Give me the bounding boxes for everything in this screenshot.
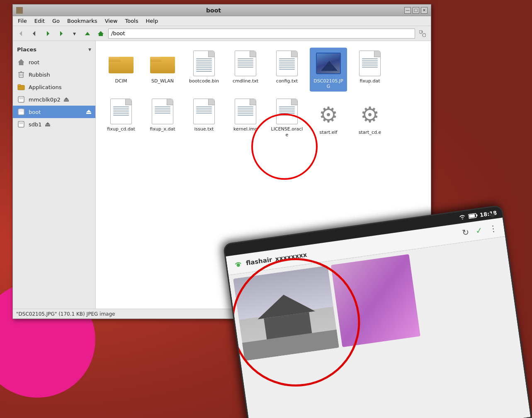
svg-marker-3: [60, 31, 63, 36]
bookmarks-button[interactable]: [417, 28, 428, 39]
svg-rect-20: [19, 109, 23, 111]
confirm-icon[interactable]: ✓: [475, 225, 483, 236]
gear-icon-start-elf: ⚙: [315, 101, 342, 128]
sidebar-title: Places: [17, 46, 36, 53]
minimize-button[interactable]: —: [404, 7, 411, 14]
menu-edit[interactable]: Edit: [31, 17, 48, 25]
gear-icon-start-cd: ⚙: [357, 101, 383, 128]
file-label-start-cd: start_cd.e: [359, 130, 381, 135]
sidebar-item-mmcblk0p2[interactable]: mmcblk0p2: [13, 93, 95, 106]
forward-button[interactable]: [55, 28, 67, 39]
svg-marker-2: [47, 31, 49, 36]
sidebar-item-boot[interactable]: boot: [13, 106, 95, 118]
sidebar-item-applications[interactable]: Applications: [13, 81, 95, 93]
close-button[interactable]: ✕: [421, 7, 428, 14]
doc-icon-kernel: [232, 98, 259, 125]
toolbar: ▾ /boot: [13, 26, 431, 41]
refresh-icon[interactable]: ↻: [462, 227, 470, 237]
doc-icon-fixup-x: [149, 98, 176, 125]
file-label-start-elf: start.elf: [320, 130, 338, 135]
window-icon: [16, 7, 23, 14]
folder-icon-sdwlan: [149, 50, 176, 77]
title-buttons: — □ ✕: [404, 7, 428, 14]
sidebar-label-boot: boot: [29, 109, 41, 115]
eject-button-sdb1[interactable]: [45, 122, 50, 126]
file-label-fixup-x: fixup_x.dat: [150, 126, 175, 132]
up-button[interactable]: [82, 28, 93, 39]
sidebar-label-applications: Applications: [29, 84, 61, 90]
file-label-license: LICENSE.oracl e: [271, 126, 303, 137]
file-item-config[interactable]: config.txt: [268, 48, 306, 92]
sidebar-label-rubbish: Rubbish: [29, 72, 50, 78]
location-bar[interactable]: /boot: [108, 29, 415, 39]
next-button[interactable]: [42, 28, 53, 39]
sidebar-header: Places: [13, 44, 95, 56]
sidebar-label-sdb1: sdb1: [29, 121, 42, 128]
file-label-sdwlan: SD_WLAN: [151, 78, 174, 84]
file-label-kernel: kernel.img: [233, 126, 257, 132]
file-item-license[interactable]: LICENSE.oracl e: [268, 96, 306, 140]
file-item-start-cd[interactable]: ⚙ start_cd.e: [351, 99, 389, 140]
maximize-button[interactable]: □: [413, 7, 419, 14]
house-image: [233, 266, 339, 361]
image-icon-dsc02105: [315, 50, 342, 77]
file-item-issue[interactable]: issue.txt: [185, 96, 223, 140]
file-item-fixup-cd[interactable]: fixup_cd.dat: [102, 96, 140, 140]
drive-icon-sdb1: [17, 120, 25, 128]
menu-view[interactable]: View: [102, 17, 121, 25]
file-label-dcim: DCIM: [115, 78, 127, 84]
prev-button[interactable]: [29, 28, 40, 39]
file-item-dsc02105[interactable]: DSC02105.JPG: [310, 48, 347, 92]
file-item-dcim[interactable]: DCIM: [102, 48, 140, 92]
svg-rect-22: [19, 121, 23, 124]
sidebar-label-root: root: [29, 59, 39, 65]
folder-icon-dcim: [108, 50, 134, 77]
file-item-fixup[interactable]: fixup.dat: [351, 48, 389, 92]
window-title: boot: [23, 7, 404, 14]
title-bar-left: [16, 7, 23, 14]
drive-icon-mmcblk: [17, 95, 25, 104]
file-label-fixup: fixup.dat: [360, 78, 380, 84]
back-button[interactable]: [15, 28, 27, 39]
menu-bar: File Edit Go Bookmarks View Tools Help: [13, 16, 431, 26]
doc-icon-config: [274, 50, 300, 77]
menu-bookmarks[interactable]: Bookmarks: [64, 17, 101, 25]
svg-rect-10: [19, 72, 23, 77]
wifi-status-icon: [458, 214, 466, 221]
status-text: "DSC02105.JPG" (170.1 KB) JPEG image: [16, 311, 115, 317]
svg-marker-5: [98, 31, 104, 36]
menu-file[interactable]: File: [15, 17, 30, 25]
menu-tools[interactable]: Tools: [121, 17, 141, 25]
home-button[interactable]: [95, 28, 107, 39]
svg-rect-25: [476, 215, 478, 216]
doc-icon-fixup-cd: [108, 98, 134, 125]
doc-icon-issue: [191, 98, 217, 125]
menu-go[interactable]: Go: [49, 17, 63, 25]
sidebar-item-sdb1[interactable]: sdb1: [13, 118, 95, 130]
eject-button-boot[interactable]: [86, 110, 91, 114]
svg-marker-9: [18, 59, 24, 65]
file-item-fixup-x[interactable]: fixup_x.dat: [144, 96, 181, 140]
dropdown-button[interactable]: ▾: [68, 28, 80, 39]
file-item-start-elf[interactable]: ⚙ start.elf: [310, 99, 347, 140]
sidebar-label-mmcblk: mmcblk0p2: [29, 97, 61, 103]
menu-help[interactable]: Help: [143, 17, 162, 25]
sidebar-item-root[interactable]: root: [13, 56, 95, 68]
location-text: /boot: [111, 30, 125, 36]
sidebar-item-rubbish[interactable]: Rubbish: [13, 68, 95, 81]
more-options-icon[interactable]: ⋮: [488, 223, 498, 234]
svg-rect-24: [469, 214, 475, 218]
sidebar-collapse-icon[interactable]: [88, 46, 91, 53]
phone-thumbnail-secondary[interactable]: [331, 254, 420, 347]
file-item-sdwlan[interactable]: SD_WLAN: [144, 48, 181, 92]
title-bar: boot — □ ✕: [13, 5, 431, 16]
phone-time: 18:18: [479, 210, 497, 218]
file-item-bootcode[interactable]: bootcode.bin: [185, 48, 223, 92]
doc-icon-fixup: [357, 50, 383, 77]
home-icon: [17, 58, 25, 66]
file-item-cmdline[interactable]: cmdline.txt: [227, 48, 264, 92]
svg-marker-1: [33, 31, 35, 36]
phone-thumbnail-main[interactable]: [233, 266, 339, 361]
eject-button-mmcblk[interactable]: [64, 97, 69, 101]
file-item-kernel[interactable]: kernel.img: [227, 96, 264, 140]
